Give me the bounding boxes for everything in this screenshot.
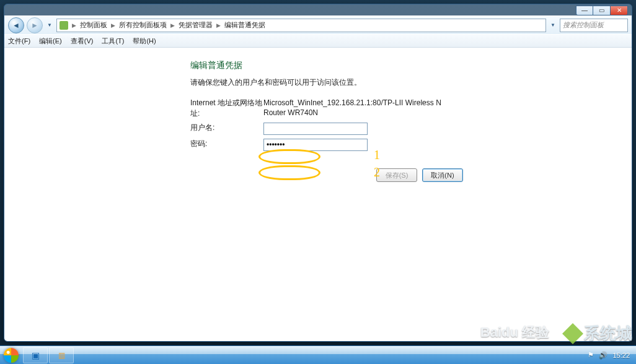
- taskbar-app-1[interactable]: ▣: [23, 347, 48, 363]
- chevron-right-icon: ▶: [215, 22, 222, 28]
- tray-volume-icon[interactable]: 🔊: [599, 351, 607, 359]
- watermark-site: 系统城: [565, 323, 632, 344]
- taskbar-app-2[interactable]: ▥: [49, 347, 74, 363]
- menu-bar: 文件(F) 编辑(E) 查看(V) 工具(T) 帮助(H): [4, 34, 632, 48]
- menu-tools[interactable]: 工具(T): [102, 37, 124, 46]
- annotation-circle-1: [258, 149, 320, 164]
- address-label: Internet 地址或网络地址:: [190, 98, 263, 119]
- system-tray[interactable]: ⚑ 🔊 15:22: [581, 351, 636, 359]
- diamond-icon: [562, 323, 583, 344]
- username-label: 用户名:: [190, 123, 263, 133]
- window-controls: — ▭ ✕: [576, 6, 628, 15]
- row-password: 密码:: [190, 139, 613, 151]
- password-label: 密码:: [190, 139, 263, 149]
- control-panel-icon: [60, 21, 68, 30]
- content-area: 编辑普通凭据 请确保您键入的用户名和密码可以用于访问该位置。 Internet …: [4, 48, 632, 341]
- explorer-icon: ▥: [58, 351, 65, 360]
- save-button[interactable]: 保存(S): [376, 168, 417, 182]
- button-row: 保存(S) 取消(N): [190, 168, 463, 182]
- username-input[interactable]: [263, 123, 368, 135]
- password-input[interactable]: [263, 139, 368, 151]
- address-bar[interactable]: ▶ 控制面板 ▶ 所有控制面板项 ▶ 凭据管理器 ▶ 编辑普通凭据: [56, 19, 546, 32]
- nav-history-dropdown[interactable]: ▼: [45, 19, 54, 32]
- taskbar[interactable]: ▣ ▥ ⚑ 🔊 15:22: [0, 345, 636, 364]
- minimize-button[interactable]: —: [576, 6, 593, 15]
- navigation-bar: ◄ ► ▼ ▶ 控制面板 ▶ 所有控制面板项 ▶ 凭据管理器 ▶ 编辑普通凭据 …: [4, 15, 632, 34]
- address-value: Microsoft_WinInet_192.168.21.1:80/TP-LII…: [263, 98, 443, 118]
- breadcrumb[interactable]: 凭据管理器: [179, 20, 213, 30]
- menu-edit[interactable]: 编辑(E): [39, 37, 62, 46]
- page-title: 编辑普通凭据: [190, 60, 613, 71]
- row-username: 用户名:: [190, 123, 613, 135]
- nav-back-button[interactable]: ◄: [8, 17, 24, 33]
- window-titlebar: — ▭ ✕: [4, 4, 632, 15]
- windows-orb-icon: [4, 348, 19, 363]
- watermark-baidu: Baidu 经验: [480, 323, 549, 342]
- chevron-right-icon: ▶: [71, 22, 77, 28]
- maximize-button[interactable]: ▭: [593, 6, 611, 15]
- breadcrumb[interactable]: 编辑普通凭据: [224, 20, 265, 30]
- close-button[interactable]: ✕: [611, 6, 628, 15]
- tray-clock[interactable]: 15:22: [612, 352, 630, 359]
- start-button[interactable]: [0, 346, 22, 365]
- tray-flag-icon[interactable]: ⚑: [588, 351, 594, 359]
- watermark-site-text: 系统城: [584, 323, 632, 344]
- control-panel-window: — ▭ ✕ ◄ ► ▼ ▶ 控制面板 ▶ 所有控制面板项 ▶ 凭据管理器 ▶ 编…: [4, 4, 632, 342]
- cancel-button[interactable]: 取消(N): [422, 168, 463, 182]
- page-hint: 请确保您键入的用户名和密码可以用于访问该位置。: [190, 77, 613, 88]
- address-dropdown[interactable]: ▼: [549, 19, 557, 32]
- browser-icon: ▣: [32, 350, 40, 360]
- breadcrumb[interactable]: 控制面板: [80, 20, 107, 30]
- chevron-right-icon: ▶: [169, 22, 176, 28]
- chevron-right-icon: ▶: [110, 22, 117, 28]
- menu-file[interactable]: 文件(F): [8, 37, 30, 46]
- nav-forward-button[interactable]: ►: [27, 17, 43, 33]
- search-placeholder: 搜索控制面板: [563, 20, 604, 30]
- row-address: Internet 地址或网络地址: Microsoft_WinInet_192.…: [190, 98, 613, 119]
- menu-view[interactable]: 查看(V): [71, 37, 94, 46]
- search-input[interactable]: 搜索控制面板: [560, 19, 628, 32]
- menu-help[interactable]: 帮助(H): [133, 37, 156, 46]
- breadcrumb[interactable]: 所有控制面板项: [119, 20, 167, 30]
